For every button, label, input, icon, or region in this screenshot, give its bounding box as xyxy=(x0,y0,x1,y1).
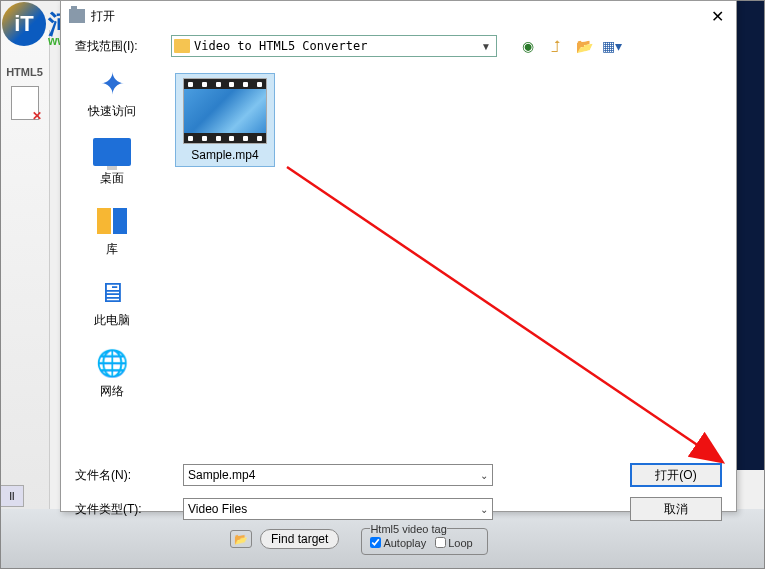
cancel-button[interactable]: 取消 xyxy=(630,497,722,521)
open-file-dialog: 打开 ✕ 查找范围(I): Video to HTML5 Converter ▼… xyxy=(60,0,737,512)
filename-input[interactable]: Sample.mp4 ⌄ xyxy=(183,464,493,486)
dialog-titlebar: 打开 ✕ xyxy=(61,1,736,31)
place-desktop[interactable]: 桌面 xyxy=(61,138,163,187)
lookin-label: 查找范围(I): xyxy=(75,38,163,55)
chevron-down-icon[interactable]: ⌄ xyxy=(480,470,488,481)
video-thumbnail-icon xyxy=(183,78,267,144)
svg-line-0 xyxy=(287,167,721,461)
libraries-icon xyxy=(93,205,131,237)
app-left-toolbar: HTML5 xyxy=(0,30,50,510)
computer-icon: 🖥 xyxy=(93,276,131,308)
lookin-combo[interactable]: Video to HTML5 Converter ▼ xyxy=(171,35,497,57)
dialog-title: 打开 xyxy=(91,8,115,25)
chevron-down-icon[interactable]: ▼ xyxy=(478,41,494,52)
place-this-pc[interactable]: 🖥 此电脑 xyxy=(61,276,163,329)
remove-doc-icon[interactable] xyxy=(11,86,39,120)
file-item-sample[interactable]: Sample.mp4 xyxy=(175,73,275,167)
place-network[interactable]: 🌐 网络 xyxy=(61,347,163,400)
close-button[interactable]: ✕ xyxy=(707,7,728,26)
places-bar: ✦ 快速访问 桌面 库 🖥 此电脑 🌐 网络 xyxy=(61,63,163,455)
filetype-combo[interactable]: Video Files ⌄ xyxy=(183,498,493,520)
up-icon[interactable]: ⮥ xyxy=(547,37,565,55)
html5-label: HTML5 xyxy=(0,66,49,78)
folder-icon xyxy=(174,39,190,53)
nav-toolbar: ◉ ⮥ 📂 ▦▾ xyxy=(519,37,621,55)
filename-value: Sample.mp4 xyxy=(188,468,255,482)
file-name: Sample.mp4 xyxy=(180,148,270,162)
back-icon[interactable]: ◉ xyxy=(519,37,537,55)
dialog-footer: 文件名(N): Sample.mp4 ⌄ 打开(O) 文件类型(T): Vide… xyxy=(61,455,736,541)
chevron-down-icon[interactable]: ⌄ xyxy=(480,504,488,515)
filetype-value: Video Files xyxy=(188,502,247,516)
dialog-body: ✦ 快速访问 桌面 库 🖥 此电脑 🌐 网络 xyxy=(61,63,736,455)
filename-label: 文件名(N): xyxy=(75,467,167,484)
file-list[interactable]: Sample.mp4 xyxy=(163,63,736,455)
view-menu-icon[interactable]: ▦▾ xyxy=(603,37,621,55)
lookin-value: Video to HTML5 Converter xyxy=(194,39,478,53)
lookin-row: 查找范围(I): Video to HTML5 Converter ▼ ◉ ⮥ … xyxy=(61,31,736,63)
filetype-label: 文件类型(T): xyxy=(75,501,167,518)
annotation-arrow xyxy=(283,163,743,483)
place-libraries[interactable]: 库 xyxy=(61,205,163,258)
desktop-icon xyxy=(93,138,131,166)
star-icon: ✦ xyxy=(93,67,131,99)
bottom-left-button[interactable]: ll xyxy=(0,485,24,507)
new-folder-icon[interactable]: 📂 xyxy=(575,37,593,55)
dialog-folder-icon xyxy=(69,9,85,23)
watermark-logo-icon: iT xyxy=(2,2,46,46)
open-button[interactable]: 打开(O) xyxy=(630,463,722,487)
place-quick-access[interactable]: ✦ 快速访问 xyxy=(61,67,163,120)
network-icon: 🌐 xyxy=(93,347,131,379)
